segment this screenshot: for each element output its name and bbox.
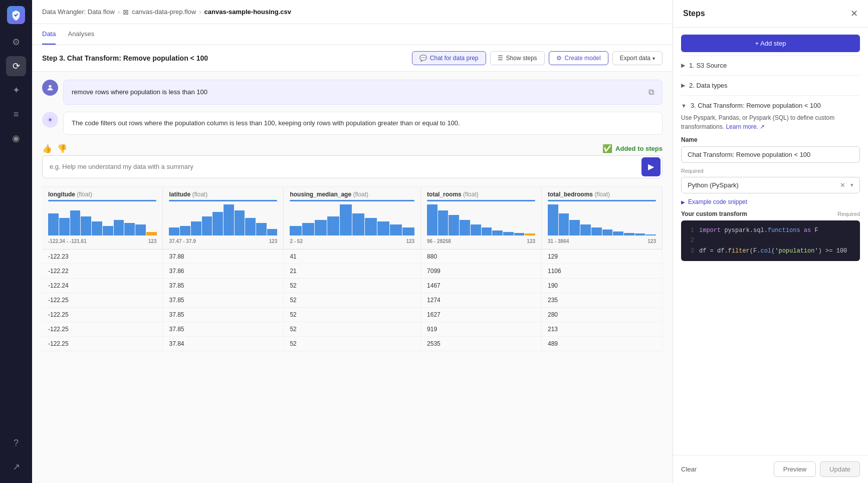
- sidebar-icon-help[interactable]: ?: [6, 433, 26, 453]
- step-item-3[interactable]: ▼ 3. Chat Transform: Remove population <…: [681, 95, 860, 267]
- breadcrumb-part3: canvas-sample-housing.csv: [204, 8, 291, 16]
- chat-send-button[interactable]: ▶: [641, 157, 661, 176]
- table-row: -122.25 37.85 52 1627 280: [42, 307, 663, 322]
- export-data-button[interactable]: Export data ▾: [612, 51, 663, 65]
- tab-analyses[interactable]: Analyses: [68, 24, 94, 45]
- export-dropdown-arrow: ▾: [653, 56, 655, 61]
- histogram-latitude: [169, 202, 277, 237]
- transform-required-label: Required: [837, 211, 860, 217]
- action-buttons: 💬 Chat for data prep ☰ Show steps ⚙ Crea…: [412, 51, 663, 65]
- send-icon: ▶: [648, 162, 654, 171]
- breadcrumb-sep2: ›: [199, 8, 201, 16]
- code-line-3: 3 df = df.filter(F.col('population') >= …: [687, 246, 854, 256]
- steps-panel-title: Steps: [683, 9, 705, 18]
- table-row: -122.23 37.88 41 880 129: [42, 249, 663, 264]
- col-housing-median-age: housing_median_age (float): [284, 187, 421, 250]
- close-panel-button[interactable]: ✕: [850, 8, 858, 19]
- tabs-bar: Data Analyses: [32, 24, 673, 45]
- chat-input[interactable]: [43, 158, 640, 175]
- language-select[interactable]: Python (PySpark) ✕ ▾: [681, 177, 860, 193]
- update-button[interactable]: Update: [820, 461, 860, 477]
- svg-point-0: [49, 85, 51, 88]
- user-avatar: [42, 80, 58, 96]
- step-name-input[interactable]: [681, 146, 860, 163]
- step-3-label: 3. Chat Transform: Remove population < 1…: [691, 102, 821, 109]
- footer-right-buttons: Preview Update: [774, 461, 860, 477]
- bot-avatar: [42, 112, 58, 128]
- data-table: longitude (float): [42, 187, 663, 351]
- breadcrumb-part2[interactable]: canvas-data-prep.flow: [132, 8, 196, 16]
- language-clear-icon[interactable]: ✕: [840, 181, 845, 189]
- show-steps-button[interactable]: ☰ Show steps: [490, 51, 545, 65]
- add-step-button[interactable]: + Add step: [681, 35, 860, 52]
- step-2-chevron: ▶: [681, 82, 685, 89]
- sidebar-icon-star[interactable]: ✦: [6, 80, 26, 100]
- sidebar-icon-export[interactable]: ↗: [6, 457, 26, 477]
- create-model-button[interactable]: ⚙ Create model: [549, 51, 608, 65]
- table-header-row: longitude (float): [42, 187, 663, 250]
- sidebar-icon-toggle[interactable]: ◉: [6, 128, 26, 148]
- table-row: -122.25 37.85 52 1274 235: [42, 293, 663, 307]
- col-latitude: latitude (float): [163, 187, 284, 250]
- code-line-1: 1 import pyspark.sql.functions as F: [687, 225, 854, 235]
- preview-button[interactable]: Preview: [774, 461, 816, 477]
- right-panel-body: + Add step ▶ 1. S3 Source ▶ 2. Data type…: [673, 28, 868, 455]
- copy-icon[interactable]: ⧉: [648, 86, 654, 98]
- code-editor[interactable]: 1 import pyspark.sql.functions as F 2 3 …: [681, 220, 860, 261]
- step-3-content: Use Pyspark, Pandas, or Pyspark (SQL) to…: [681, 109, 860, 261]
- sidebar-icon-settings[interactable]: ⚙: [6, 32, 26, 52]
- table-row: -122.24 37.85 52 1467 190: [42, 278, 663, 293]
- bot-message: The code filters out rows where the popu…: [42, 112, 663, 135]
- code-snippet-toggle[interactable]: ▶ Example code snippet: [681, 198, 860, 205]
- breadcrumb: Data Wrangler: Data flow › ⊠ canvas-data…: [32, 0, 673, 24]
- app-logo: [7, 6, 25, 24]
- code-snippet-label: Example code snippet: [688, 198, 747, 205]
- right-panel-header: Steps ✕: [673, 0, 868, 28]
- step-2-label: 2. Data types: [689, 82, 728, 89]
- custom-transform-label: Your custom transform: [681, 210, 747, 217]
- tab-data[interactable]: Data: [42, 24, 56, 45]
- check-circle-icon: ✅: [602, 144, 612, 153]
- breadcrumb-part1[interactable]: Data Wrangler: Data flow: [42, 8, 115, 16]
- step-item-1[interactable]: ▶ 1. S3 Source: [681, 55, 860, 75]
- action-footer: Clear Preview Update: [673, 455, 868, 483]
- learn-more-link[interactable]: Learn more. ↗: [726, 123, 765, 130]
- name-field-label: Name: [681, 136, 860, 143]
- chat-icon: 💬: [419, 55, 427, 62]
- step-1-label: 1. S3 Source: [689, 62, 727, 69]
- step-title: Step 3. Chat Transform: Remove populatio…: [42, 54, 208, 62]
- table-row: -122.22 37.86 21 7099 1106: [42, 264, 663, 278]
- sidebar-icon-workflow[interactable]: ⟳: [6, 56, 26, 76]
- language-dropdown-icon: ▾: [850, 182, 853, 188]
- chat-area: remove rows where population is less tha…: [32, 72, 673, 483]
- snippet-chevron-icon: ▶: [681, 199, 685, 205]
- thumbs-down-icon[interactable]: 👎: [57, 144, 67, 153]
- histogram-rooms: [427, 202, 535, 237]
- sidebar-icon-list[interactable]: ≡: [6, 104, 26, 124]
- step-3-header: ▼ 3. Chat Transform: Remove population <…: [681, 102, 860, 109]
- breadcrumb-sep1: ›: [118, 8, 120, 16]
- chat-input-container: ▶: [42, 155, 663, 178]
- feedback-icons: 👍 👎: [42, 144, 67, 153]
- table-row: -122.25 37.85 52 919 213: [42, 322, 663, 336]
- feedback-row: 👍 👎 ✅ Added to steps: [42, 142, 663, 155]
- language-required-label: Required: [681, 168, 704, 174]
- step-1-header: ▶ 1. S3 Source: [681, 62, 860, 69]
- step-3-chevron: ▼: [681, 103, 687, 109]
- step-2-header: ▶ 2. Data types: [681, 82, 860, 89]
- main-content: Data Wrangler: Data flow › ⊠ canvas-data…: [32, 0, 673, 483]
- user-chat-bubble: remove rows where population is less tha…: [63, 80, 663, 105]
- custom-transform-header: Your custom transform Required: [681, 210, 860, 217]
- left-sidebar: ⚙ ⟳ ✦ ≡ ◉ ? ↗: [0, 0, 32, 483]
- histogram-longitude: [48, 202, 156, 237]
- histogram-age: [290, 202, 414, 237]
- thumbs-up-icon[interactable]: 👍: [42, 144, 52, 153]
- language-value: Python (PySpark): [688, 181, 739, 189]
- clear-button[interactable]: Clear: [681, 465, 697, 473]
- step-item-2[interactable]: ▶ 2. Data types: [681, 75, 860, 95]
- col-longitude: longitude (float): [42, 187, 163, 250]
- user-message: remove rows where population is less tha…: [42, 80, 663, 105]
- step-1-chevron: ▶: [681, 62, 685, 69]
- chat-for-data-prep-button[interactable]: 💬 Chat for data prep: [412, 51, 486, 65]
- flow-icon: ⊠: [123, 8, 129, 16]
